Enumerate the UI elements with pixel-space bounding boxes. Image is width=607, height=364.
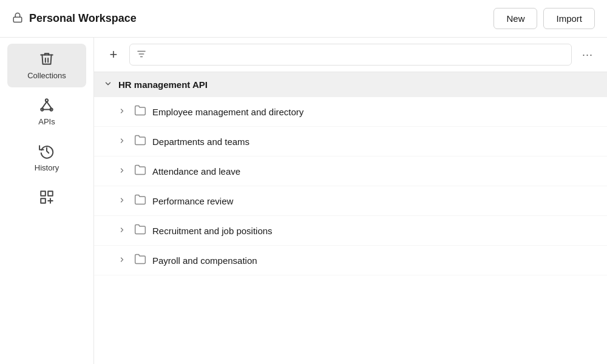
folder-icon (134, 253, 146, 268)
ellipsis-icon: ··· (582, 49, 593, 61)
collection-list: HR management API Emplo (94, 72, 607, 364)
body: Collections APIs (0, 38, 607, 364)
main-panel: + ··· (94, 38, 607, 364)
header: Personal Workspace New Import (0, 0, 607, 38)
more-options-button[interactable]: ··· (578, 45, 597, 64)
collection-header[interactable]: HR management API (94, 72, 607, 97)
chevron-right-icon (118, 167, 128, 176)
workspace-title: Personal Workspace (29, 12, 137, 25)
svg-line-4 (42, 102, 47, 109)
svg-rect-9 (41, 198, 46, 203)
list-item[interactable]: Payroll and compensation (94, 246, 607, 275)
folder-icon (134, 194, 146, 208)
search-box (129, 44, 572, 66)
add-grid-icon (39, 189, 55, 207)
folder-icon (134, 164, 146, 178)
history-icon (39, 143, 55, 161)
apis-label: APIs (38, 117, 55, 126)
item-label: Performance review (152, 196, 233, 206)
collection-items: Employee management and directory De (94, 97, 607, 275)
header-left: Personal Workspace (12, 12, 137, 25)
svg-rect-0 (13, 17, 22, 22)
import-button[interactable]: Import (543, 8, 595, 29)
apis-icon (39, 97, 55, 115)
sidebar-item-history[interactable]: History (7, 136, 86, 180)
folder-icon (134, 104, 146, 119)
history-label: History (35, 163, 59, 172)
list-item[interactable]: Attendance and leave (94, 157, 607, 186)
item-label: Payroll and compensation (152, 255, 257, 266)
svg-rect-7 (41, 191, 46, 196)
sidebar-item-apis[interactable]: APIs (7, 90, 86, 133)
item-label: Employee management and directory (152, 107, 304, 117)
item-label: Recruitment and job positions (152, 226, 273, 236)
svg-line-5 (47, 102, 52, 109)
item-label: Departments and teams (152, 136, 249, 147)
collection-name: HR management API (118, 79, 208, 90)
list-item[interactable]: Recruitment and job positions (94, 216, 607, 246)
lock-icon (12, 12, 23, 25)
chevron-down-icon (104, 79, 112, 90)
add-button[interactable]: + (104, 45, 123, 64)
sidebar-item-collections[interactable]: Collections (7, 44, 86, 87)
filter-icon (136, 49, 147, 61)
item-label: Attendance and leave (152, 166, 240, 177)
list-item[interactable]: Performance review (94, 186, 607, 216)
chevron-right-icon (118, 197, 128, 206)
header-actions: New Import (493, 8, 595, 29)
list-item[interactable]: Departments and teams (94, 127, 607, 157)
chevron-right-icon (118, 226, 128, 235)
chevron-right-icon (118, 137, 128, 146)
folder-icon (134, 223, 146, 238)
sidebar: Collections APIs (0, 38, 94, 364)
collections-label: Collections (27, 71, 66, 80)
folder-icon (134, 134, 146, 149)
chevron-right-icon (118, 107, 128, 116)
svg-rect-8 (48, 191, 53, 196)
toolbar: + ··· (94, 38, 607, 72)
chevron-right-icon (118, 256, 128, 265)
new-button[interactable]: New (493, 8, 537, 29)
sidebar-item-add[interactable] (7, 182, 86, 214)
collections-icon (39, 51, 55, 69)
plus-icon: + (110, 48, 118, 61)
list-item[interactable]: Employee management and directory (94, 97, 607, 127)
